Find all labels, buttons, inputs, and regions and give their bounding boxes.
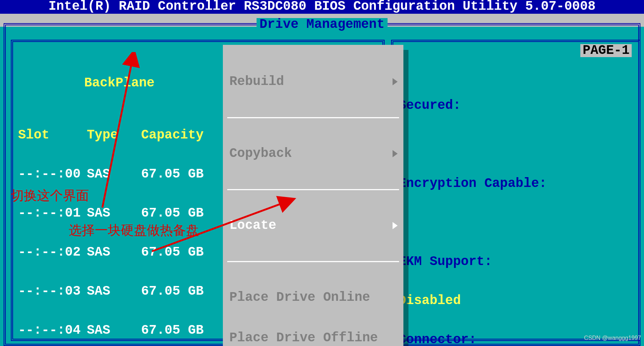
frame-drive-properties: PAGE-1 Secured: Encryption Capable: EKM …: [391, 40, 640, 341]
col-type: Type: [87, 129, 141, 142]
col-slot: Slot: [18, 129, 87, 142]
annotation-text-2: 选择一块硬盘做热备盘: [69, 225, 199, 238]
menu-separator: [227, 261, 399, 262]
prop-ekm-val: Disabled: [398, 293, 461, 308]
table-row[interactable]: --:--:01SAS67.05 GB: [18, 207, 226, 220]
menu-copyback: Copyback: [223, 146, 403, 161]
table-row[interactable]: --:--:03SAS67.05 GB: [18, 285, 226, 298]
frame-title: Drive Management: [257, 18, 387, 31]
prop-secured: Secured:: [398, 98, 461, 113]
desktop-area: Drive Management BackPlane SlotTypeCapac…: [0, 27, 644, 346]
table-row[interactable]: --:--:02SAS67.05 GB: [18, 246, 226, 259]
annotation-text-1: 切换这个界面: [11, 190, 89, 203]
prop-encryption: Encryption Capable:: [398, 176, 547, 191]
page-badge: PAGE-1: [580, 44, 632, 57]
context-menu: Rebuild Copyback Locate Place Drive Onli…: [223, 45, 403, 346]
prop-connector: Connector:: [398, 332, 476, 346]
menu-separator: [227, 117, 399, 118]
menu-rebuild: Rebuild: [223, 74, 403, 89]
menu-locate[interactable]: Locate: [223, 218, 403, 233]
menu-separator: [227, 189, 399, 190]
backplane-header: BackPlane: [18, 77, 221, 90]
table-row[interactable]: --:--:00SAS67.05 GB: [18, 168, 226, 181]
menu-place-offline: Place Drive Offline: [223, 331, 403, 345]
table-row[interactable]: --:--:04SAS67.05 GB: [18, 324, 226, 337]
col-capacity: Capacity: [141, 129, 224, 142]
drive-properties: Secured: Encryption Capable: EKM Support…: [398, 60, 563, 346]
watermark: CSDN @wanggg1997: [584, 332, 641, 345]
column-headers: SlotTypeCapacity: [18, 116, 226, 129]
bios-screen: Intel(R) RAID Controller RS3DC080 BIOS C…: [0, 0, 644, 346]
prop-ekm: EKM Support:: [398, 254, 492, 269]
menu-place-online: Place Drive Online: [223, 290, 403, 305]
title-bar: Intel(R) RAID Controller RS3DC080 BIOS C…: [0, 0, 644, 14]
